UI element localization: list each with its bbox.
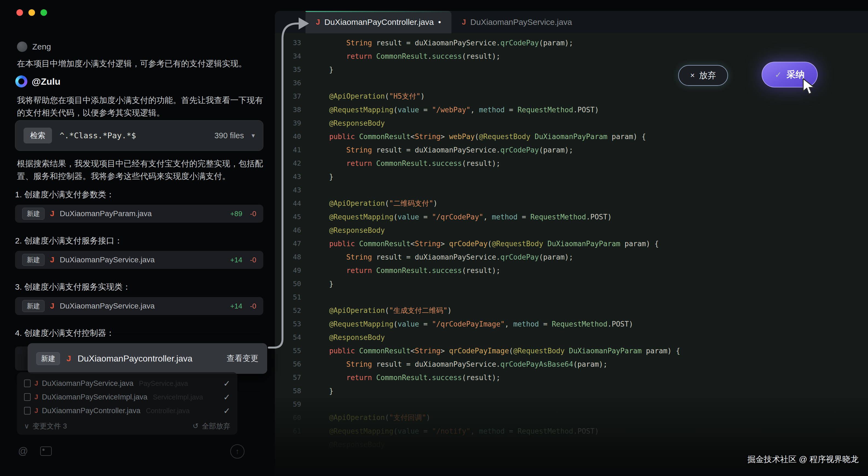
assistant-header: @Zulu xyxy=(15,75,60,88)
code-line[interactable]: 59 xyxy=(275,398,868,411)
code-text: @RequestMapping(value = "/webPay", metho… xyxy=(312,106,599,114)
code-line[interactable]: 48 String result = duXiaomanPayService.q… xyxy=(275,250,868,264)
code-line[interactable]: 34 return CommonResult.success(result); xyxy=(275,49,868,63)
file-card[interactable]: 新建JDuXiaomanPayService.java+14-0 xyxy=(15,297,264,315)
line-number: 34 xyxy=(275,52,312,60)
send-button[interactable]: ↑ xyxy=(230,444,245,458)
code-text: public CommonResult<String> webPay(@Requ… xyxy=(312,133,646,141)
code-text: String result = duXiaomanPayService.qrCo… xyxy=(312,146,573,154)
tab-DuXiaomanPayController.java[interactable]: JDuXiaomanPayController.java• xyxy=(306,11,452,33)
assistant-analysis: 根据搜索结果，我发现项目中已经有支付宝支付的完整实现，包括配置、服务和控制器。我… xyxy=(17,158,265,182)
code-line[interactable]: 61 @RequestMapping(value = "/notify", me… xyxy=(275,424,868,438)
step-title: 4. 创建度小满支付控制器： xyxy=(15,328,264,339)
code-line[interactable]: 58 } xyxy=(275,384,868,398)
code-line[interactable]: 55 public CommonResult<String> qrCodePay… xyxy=(275,344,868,358)
code-line[interactable]: 46 @ResponseBody xyxy=(275,224,868,237)
changed-file-row[interactable]: JDuXiaomanPayController.javaController.j… xyxy=(24,404,230,417)
code-line[interactable]: 38 @RequestMapping(value = "/webPay", me… xyxy=(275,103,868,116)
code-line[interactable]: 57 return CommonResult.success(result); xyxy=(275,371,868,384)
changed-file-row[interactable]: JDuXiaomanPayService.javaPayService.java… xyxy=(24,377,230,390)
code-search-card[interactable]: 检索 ^.*Class.*Pay.*$ 390 files ▾ xyxy=(15,120,264,151)
new-badge: 新建 xyxy=(22,254,44,266)
line-number: 61 xyxy=(275,427,312,435)
file-card[interactable]: 新建JDuXiaomanPayParam.java+89-0 xyxy=(15,205,264,223)
file-card[interactable]: 新建JDuXiaomanPayService.java+14-0 xyxy=(15,251,264,269)
line-number: 59 xyxy=(275,400,312,408)
code-line[interactable]: 41 String result = duXiaomanPayService.q… xyxy=(275,143,868,157)
changed-files-summary[interactable]: ∨ 变更文件 3 xyxy=(24,421,67,431)
document-icon xyxy=(24,379,31,387)
code-line[interactable]: 40 public CommonResult<String> webPay(@R… xyxy=(275,130,868,143)
line-number: 42 xyxy=(275,159,312,167)
code-line[interactable]: 53 @RequestMapping(value = "/qrCodePayIm… xyxy=(275,317,868,331)
mention-icon[interactable]: @ xyxy=(18,445,28,457)
chevron-down-icon[interactable]: ▾ xyxy=(252,132,255,139)
file-name-ghost: PayService.java xyxy=(139,379,188,387)
java-file-icon: J xyxy=(316,18,320,27)
code-text: @ApiOperation("H5支付") xyxy=(312,92,425,101)
new-badge: 新建 xyxy=(22,208,44,220)
code-line[interactable]: 39 @ResponseBody xyxy=(275,116,868,130)
discard-all-button[interactable]: ↺ 全部放弃 xyxy=(192,421,230,431)
java-file-icon: J xyxy=(50,256,55,264)
code-area[interactable]: 33 String result = duXiaomanPayService.q… xyxy=(275,33,868,476)
line-number: 43 xyxy=(275,186,312,194)
line-number: 44 xyxy=(275,200,312,207)
file-name-ghost: ServiceImpl.java xyxy=(153,393,203,401)
zoom-button[interactable] xyxy=(40,9,47,16)
code-line[interactable]: 43 xyxy=(275,183,868,197)
chevron-down-icon: ∨ xyxy=(24,422,29,430)
user-message: 在本项目中增加度小满支付逻辑，可参考已有的支付逻辑实现。 xyxy=(17,57,265,70)
file-card[interactable]: 新建JDuXiaomanPaycontroller.java查看变更 xyxy=(28,343,267,374)
code-line[interactable]: 51 xyxy=(275,291,868,304)
discard-button[interactable]: × 放弃 xyxy=(678,65,728,86)
code-text: @RequestMapping(value = "/qrCodePay", me… xyxy=(312,213,612,221)
view-changes-link[interactable]: 查看变更 xyxy=(227,353,258,364)
code-text: @RequestMapping(value = "/qrCodePayImage… xyxy=(312,320,633,328)
code-line[interactable]: 47 public CommonResult<String> qrCodePay… xyxy=(275,237,868,250)
code-text: @ApiOperation("二维码支付") xyxy=(312,199,438,208)
tab-label: DuXiaomanPayController.java xyxy=(324,18,434,27)
minimize-button[interactable] xyxy=(28,9,35,16)
image-attach-icon[interactable] xyxy=(40,446,52,456)
search-result-count[interactable]: 390 files xyxy=(214,131,244,140)
line-number: 36 xyxy=(275,79,312,87)
code-line[interactable]: 42 return CommonResult.success(result); xyxy=(275,157,868,170)
java-file-icon: J xyxy=(66,354,71,363)
line-number: 55 xyxy=(275,347,312,355)
diff-added: +89 xyxy=(230,210,242,218)
zulu-logo-icon xyxy=(15,75,27,88)
code-line[interactable]: 50 } xyxy=(275,277,868,291)
code-editor: JDuXiaomanPayController.java•JDuXiaomanP… xyxy=(275,11,868,476)
watermark: 掘金技术社区 @ 程序视界晓龙 xyxy=(747,454,859,465)
code-line[interactable]: 33 String result = duXiaomanPayService.q… xyxy=(275,36,868,49)
editor-tab-bar: JDuXiaomanPayController.java•JDuXiaomanP… xyxy=(275,11,868,33)
tab-DuXiaomanPayService.java[interactable]: JDuXiaomanPayService.java xyxy=(452,11,583,33)
code-line[interactable]: @ResponseBody xyxy=(275,438,868,451)
diff-removed: -0 xyxy=(250,210,256,218)
line-number: 37 xyxy=(275,92,312,100)
changed-file-row[interactable]: JDuXiaomanPayServiceImpl.javaServiceImpl… xyxy=(24,390,230,404)
tab-label: DuXiaomanPayService.java xyxy=(470,18,572,27)
code-line[interactable]: 56 String result = duXiaomanPayService.q… xyxy=(275,358,868,371)
code-line[interactable]: 52 @ApiOperation("生成支付二维码") xyxy=(275,304,868,317)
diff-added: +14 xyxy=(230,256,242,264)
code-line[interactable]: 49 return CommonResult.success(result); xyxy=(275,264,868,277)
line-number: 51 xyxy=(275,293,312,301)
window-controls xyxy=(17,9,47,16)
code-line[interactable]: 60 @ApiOperation("支付回调") xyxy=(275,411,868,424)
code-line[interactable]: 44 @ApiOperation("二维码支付") xyxy=(275,197,868,210)
code-line[interactable]: 54 @ResponseBody xyxy=(275,331,868,344)
assistant-name: @Zulu xyxy=(32,76,60,87)
close-button[interactable] xyxy=(17,9,23,16)
diff-added: +14 xyxy=(230,302,242,310)
steps-list: 1. 创建度小满支付参数类：新建JDuXiaomanPayParam.java+… xyxy=(15,189,264,374)
code-line[interactable]: 45 @RequestMapping(value = "/qrCodePay",… xyxy=(275,210,868,224)
code-line[interactable]: 43 } xyxy=(275,170,868,183)
line-number: 58 xyxy=(275,387,312,395)
code-text: @ApiOperation("支付回调") xyxy=(312,413,430,422)
line-number: 57 xyxy=(275,374,312,381)
chat-input-toolbar: @ xyxy=(18,445,52,457)
code-line[interactable]: 37 @ApiOperation("H5支付") xyxy=(275,90,868,103)
file-name: DuXiaomanPayService.java xyxy=(42,379,133,388)
